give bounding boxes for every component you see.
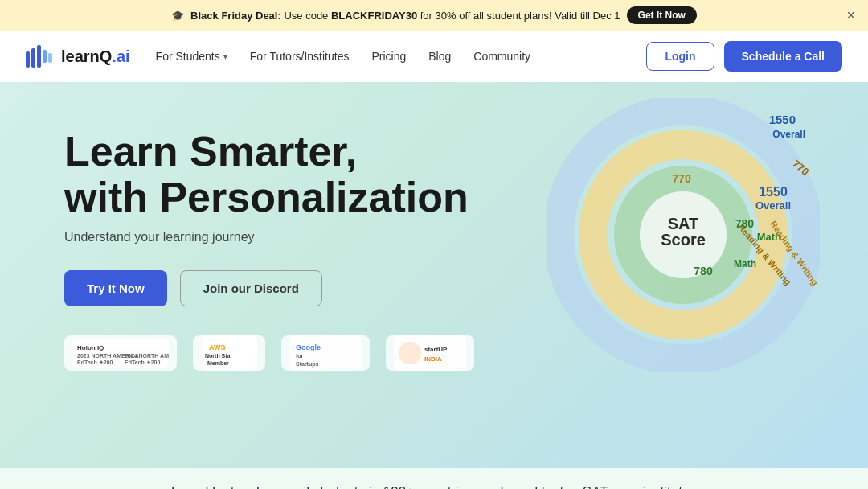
chevron-down-icon: ▾ — [223, 52, 227, 61]
partner-logos: Holon IQ 2023 NORTH AMERICA EdTech ✦200 … — [64, 335, 474, 371]
svg-text:Math: Math — [734, 258, 756, 269]
overall-value: 1550 — [769, 113, 796, 126]
partner-google: Google for Startups — [281, 335, 370, 371]
nav-blog[interactable]: Blog — [428, 50, 451, 63]
nav-pricing[interactable]: Pricing — [371, 50, 406, 63]
logo-text: learnQ.ai — [61, 47, 130, 66]
banner-close-button[interactable]: × — [846, 8, 855, 23]
banner-text: Black Friday Deal: Use code BLACKFRIDAY3… — [190, 10, 620, 22]
svg-rect-2 — [37, 45, 41, 68]
sat-score-chart: SAT Score Overall 1550 Reading & Writing… — [547, 98, 820, 372]
svg-text:770: 770 — [672, 172, 691, 185]
try-it-now-button[interactable]: Try It Now — [64, 270, 167, 306]
hero-subtitle: Understand your learning journey — [64, 230, 474, 244]
banner-emoji: 🎓 — [171, 10, 184, 22]
svg-rect-3 — [43, 50, 47, 63]
main-nav: learnQ.ai For Students ▾ For Tutors/Inst… — [0, 31, 868, 82]
nav-actions: Login Schedule a Call — [646, 41, 842, 72]
svg-rect-4 — [48, 53, 52, 63]
hero-section: Learn Smarter, with Personalization Unde… — [0, 82, 868, 468]
nav-community[interactable]: Community — [473, 50, 530, 63]
partner-startup-india: startUP INDIA — [386, 335, 474, 371]
schedule-call-button[interactable]: Schedule a Call — [724, 41, 842, 72]
svg-text:EdTech ✦200: EdTech ✦200 — [125, 360, 160, 365]
login-button[interactable]: Login — [646, 42, 714, 71]
promo-banner: 🎓 Black Friday Deal: Use code BLACKFRIDA… — [0, 0, 868, 31]
logo[interactable]: learnQ.ai — [26, 45, 130, 68]
svg-text:INDIA: INDIA — [424, 355, 442, 363]
svg-text:startUP: startUP — [424, 346, 448, 353]
svg-text:Overall: Overall — [755, 199, 791, 212]
svg-text:North Star: North Star — [205, 353, 233, 359]
svg-rect-0 — [26, 51, 30, 68]
hero-buttons: Try It Now Join our Discord — [64, 270, 474, 306]
svg-rect-1 — [31, 48, 35, 68]
nav-for-students[interactable]: For Students ▾ — [156, 50, 227, 63]
svg-text:SAT: SAT — [668, 215, 699, 232]
svg-text:EdTech ✦200: EdTech ✦200 — [77, 360, 113, 365]
math-value: 780 — [735, 217, 754, 230]
logo-icon — [26, 45, 55, 68]
partner-aws: AWS North Star Member — [193, 335, 265, 371]
get-it-now-button[interactable]: Get It Now — [627, 6, 697, 24]
hero-content: Learn Smarter, with Personalization Unde… — [64, 121, 474, 371]
svg-text:Google: Google — [296, 343, 321, 351]
svg-text:AWS: AWS — [209, 343, 226, 351]
hero-title: Learn Smarter, with Personalization — [64, 129, 474, 220]
partner-holoniq: Holon IQ 2023 NORTH AMERICA EdTech ✦200 … — [64, 335, 177, 371]
join-discord-button[interactable]: Join our Discord — [180, 270, 322, 306]
svg-text:780: 780 — [694, 265, 713, 277]
svg-text:Score: Score — [661, 231, 706, 249]
svg-text:1550: 1550 — [759, 185, 788, 199]
svg-text:Startups: Startups — [296, 361, 319, 368]
svg-point-20 — [399, 342, 421, 364]
nav-for-tutors[interactable]: For Tutors/Institutes — [250, 50, 350, 63]
bottom-section: Loved by teachers and students in 190+ c… — [0, 468, 868, 489]
nav-links: For Students ▾ For Tutors/Institutes Pri… — [156, 50, 647, 63]
svg-text:Member: Member — [207, 360, 229, 366]
math-label: Math — [757, 231, 781, 243]
endorsement-text: Loved by teachers and students in 190+ c… — [64, 484, 804, 489]
overall-label: Overall — [772, 129, 805, 140]
svg-text:2024 NORTH AMERICA: 2024 NORTH AMERICA — [125, 353, 169, 359]
svg-text:for: for — [296, 353, 304, 359]
svg-text:Holon IQ: Holon IQ — [77, 344, 104, 351]
